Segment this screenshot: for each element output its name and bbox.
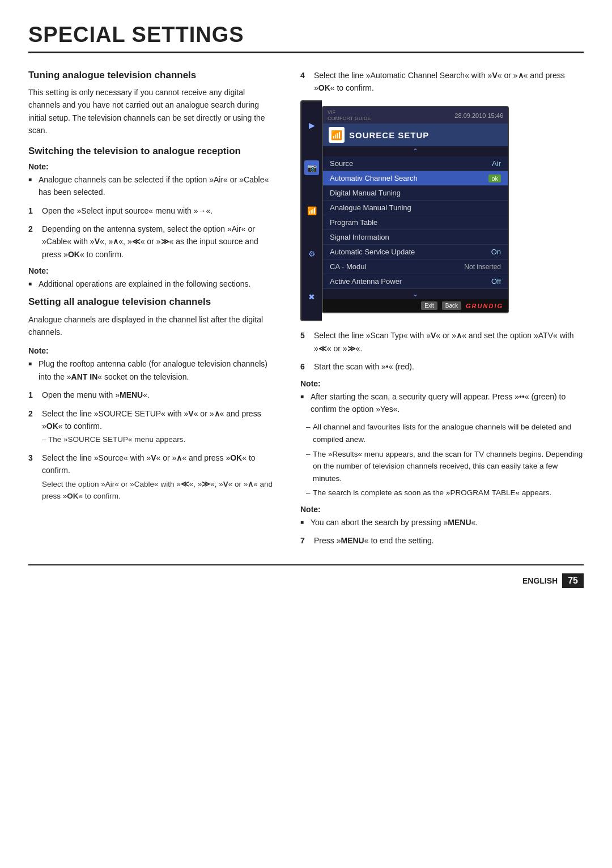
- section2-step2: 2 Depending on the antenna system, selec…: [28, 223, 278, 261]
- section-tuning-body: This setting is only necessary if you ca…: [28, 86, 278, 137]
- exit-button: Exit: [421, 301, 437, 310]
- back-button: Back: [442, 301, 461, 310]
- page: SPECIAL SETTINGS Tuning analogue televis…: [0, 0, 612, 605]
- right-column: 4 Select the line »Automatic Channel Sea…: [300, 69, 584, 553]
- row-label: Automativ Channel Search: [330, 174, 418, 182]
- row-label: Active Antenna Power: [330, 277, 402, 286]
- nav-icon-3: 📶: [304, 203, 319, 218]
- step-num: 2: [28, 223, 39, 261]
- right-note-4: The search is complete as soon as the »P…: [300, 487, 584, 499]
- step-num: 6: [300, 360, 311, 373]
- step-num: 2: [28, 407, 39, 446]
- section2-note2: Additional operations are explained in t…: [28, 278, 278, 290]
- step-text: Open the menu with »MENU«.: [42, 389, 150, 401]
- tv-menu: Source Air Automativ Channel Search ok D…: [323, 156, 508, 289]
- tv-topbar-left: VIF COMFORT GUIDE: [328, 109, 371, 122]
- tv-screen: VIF COMFORT GUIDE 28.09.2010 15:46 📶 SOU…: [322, 106, 509, 314]
- row-label: Signal Information: [330, 233, 389, 241]
- section3-note: Plug the rooftop antenna cable (for anal…: [28, 358, 278, 383]
- page-footer: ENGLISH 75: [28, 564, 584, 588]
- tv-screen-wrapper: ▶ 📷 📶 ⚙ ✖ VIF COMFORT GUIDE 28.09.20: [300, 100, 584, 322]
- not-inserted-label: Not inserted: [464, 263, 501, 271]
- tv-menu-row-program: Program Table: [323, 215, 508, 230]
- step-sub: – The »SOURCE SETUP« menu appears.: [42, 433, 278, 446]
- left-column: Tuning analogue television channels This…: [28, 69, 278, 553]
- tv-menu-row-digital: Digital Manual Tuning: [323, 186, 508, 201]
- step-text: Select the line »Source« with »V« or »∧«…: [42, 452, 278, 477]
- footer-pagenum: 75: [562, 573, 584, 588]
- right-note2-label: Note:: [300, 505, 584, 514]
- section2-note2-label: Note:: [28, 266, 278, 275]
- tv-footer: Exit Back GRUNDIG: [323, 299, 508, 312]
- right-note-2: All channel and favourites lists for the…: [300, 421, 584, 445]
- tv-topbar: VIF COMFORT GUIDE 28.09.2010 15:46: [323, 107, 508, 124]
- grundig-logo: GRUNDIG: [466, 303, 503, 309]
- row-label: Digital Manual Tuning: [330, 189, 401, 197]
- section2-step1: 1 Open the »Select input source« menu wi…: [28, 205, 278, 217]
- nav-icon-1: ▶: [304, 118, 319, 133]
- footer-lang: ENGLISH: [522, 576, 558, 585]
- tv-menu-row-signal: Signal Information: [323, 230, 508, 245]
- right-note-1: After starting the scan, a security quer…: [300, 390, 584, 416]
- section3-note-label: Note:: [28, 346, 278, 355]
- row-label: Analogue Manual Tuning: [330, 203, 411, 212]
- tv-menu-row-source: Source Air: [323, 156, 508, 171]
- step-text: Select the line »Scan Typ« with »V« or »…: [314, 329, 584, 355]
- section2-note-label: Note:: [28, 162, 278, 171]
- section2-note: Analogue channels can be selected if the…: [28, 173, 278, 199]
- tv-menu-row-auto-update: Automatic Service Update On: [323, 245, 508, 259]
- right-step7: 7 Press »MENU« to end the setting.: [300, 534, 584, 547]
- tv-side-nav: ▶ 📷 📶 ⚙ ✖: [300, 100, 322, 322]
- scroll-down-icon: ⌄: [323, 289, 508, 299]
- nav-icon-5: ✖: [304, 290, 319, 304]
- step-text: Select the line »Automatic Channel Searc…: [314, 69, 584, 95]
- right-note-3: The »Results« menu appears, and the scan…: [300, 448, 584, 485]
- step-text: Press »MENU« to end the setting.: [314, 534, 434, 547]
- nav-icon-4: ⚙: [304, 246, 319, 261]
- tv-menu-row-ca: CA - Modul Not inserted: [323, 259, 508, 274]
- step-sub: Select the option »Air« or »Cable« with …: [42, 478, 278, 503]
- right-step6: 6 Start the scan with »•« (red).: [300, 360, 584, 373]
- section-switching-heading: Switching the television to analogue rec…: [28, 145, 278, 158]
- right-note-label: Note:: [300, 379, 584, 388]
- step-text: Select the line »SOURCE SETUP« with »V« …: [42, 407, 278, 433]
- section-setting-body: Analogue channels are displayed in the c…: [28, 313, 278, 339]
- row-label: Program Table: [330, 218, 377, 227]
- nav-icon-2: 📷: [304, 160, 319, 175]
- step-num: 1: [28, 389, 39, 401]
- row-label: Source: [330, 159, 353, 168]
- tv-header-title: SOURECE SETUP: [349, 130, 429, 140]
- step-num: 4: [300, 69, 311, 95]
- step-num: 1: [28, 205, 39, 217]
- page-title: SPECIAL SETTINGS: [28, 23, 584, 53]
- section3-step3: 3 Select the line »Source« with »V« or »…: [28, 452, 278, 503]
- ok-badge: ok: [488, 175, 501, 182]
- content-area: Tuning analogue television channels This…: [28, 69, 584, 553]
- section-switching: Switching the television to analogue rec…: [28, 145, 278, 291]
- tv-menu-row-analogue: Analogue Manual Tuning: [323, 201, 508, 215]
- step-num: 5: [300, 329, 311, 355]
- right-note2: You can abort the search by pressing »ME…: [300, 516, 584, 529]
- tv-header-icon: 📶: [329, 127, 345, 143]
- row-label: CA - Modul: [330, 262, 366, 271]
- section-setting-heading: Setting all analogue television channels: [28, 296, 278, 308]
- right-step4: 4 Select the line »Automatic Channel Sea…: [300, 69, 584, 95]
- tv-topbar-datetime: 28.09.2010 15:46: [454, 112, 503, 119]
- section-setting: Setting all analogue television channels…: [28, 296, 278, 502]
- section-tuning-heading: Tuning analogue television channels: [28, 69, 278, 82]
- off-badge: Off: [491, 277, 501, 286]
- step-text: Open the »Select input source« menu with…: [42, 205, 212, 217]
- step-num: 7: [300, 534, 311, 547]
- right-step5: 5 Select the line »Scan Typ« with »V« or…: [300, 329, 584, 355]
- section3-step1: 1 Open the menu with »MENU«.: [28, 389, 278, 401]
- step-text: Depending on the antenna system, select …: [42, 223, 278, 261]
- section-tuning: Tuning analogue television channels This…: [28, 69, 278, 137]
- tv-menu-row-channel-search: Automativ Channel Search ok: [323, 171, 508, 186]
- tv-header: 📶 SOURECE SETUP: [323, 124, 508, 146]
- tv-menu-row-antenna: Active Antenna Power Off: [323, 274, 508, 289]
- section3-step2: 2 Select the line »SOURCE SETUP« with »V…: [28, 407, 278, 446]
- step-num: 3: [28, 452, 39, 503]
- scroll-up-icon: ⌃: [323, 146, 508, 156]
- row-value: On: [491, 248, 501, 256]
- row-label: Automatic Service Update: [330, 248, 415, 256]
